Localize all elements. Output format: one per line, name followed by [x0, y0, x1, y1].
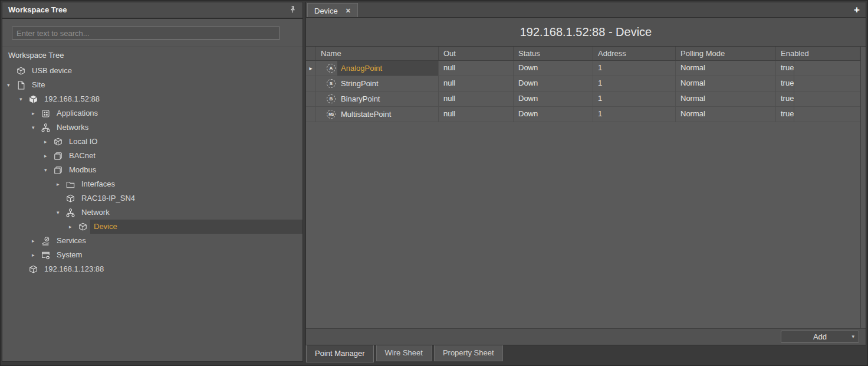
current-row-marker-icon[interactable]: ▸ — [306, 61, 316, 76]
tree-item-label: Applications — [53, 106, 303, 120]
column-header-polling-mode[interactable]: Polling Mode — [676, 47, 776, 60]
network-icon — [41, 123, 51, 133]
expand-arrow-icon[interactable]: ▸ — [32, 110, 41, 116]
tree-item-192-168-1-52-88[interactable]: ▾192.168.1.52:88 — [2, 92, 303, 106]
row-selector-cell[interactable] — [306, 76, 316, 91]
polling-mode-cell: Normal — [676, 107, 776, 122]
points-table: NameOutStatusAddressPolling ModeEnabled … — [306, 47, 861, 329]
io-cube-icon — [53, 137, 63, 147]
point-name-label: MultistatePoint — [337, 107, 438, 122]
tree-item-site[interactable]: ▾Site — [2, 78, 303, 92]
tree-item-label: 192.168.1.52:88 — [41, 92, 303, 106]
tree-item-device[interactable]: ▸Device — [2, 220, 303, 234]
tree-item-label: 192.168.1.123:88 — [41, 262, 303, 276]
tree-item-label: Modbus — [65, 163, 303, 177]
tree-item-networks[interactable]: ▾Networks — [2, 120, 303, 135]
name-cell: SStringPoint — [316, 76, 439, 91]
expand-arrow-icon[interactable]: ▸ — [44, 139, 53, 145]
collapse-arrow-icon[interactable]: ▾ — [19, 96, 28, 102]
status-cell: Down — [514, 76, 593, 91]
table-row-multistatepoint[interactable]: MSMultistatePointnullDown1Normaltrue — [306, 107, 860, 122]
expand-arrow-icon[interactable]: ▸ — [32, 252, 41, 258]
tree-item-label: Site — [28, 78, 303, 92]
collapse-arrow-icon[interactable]: ▾ — [57, 210, 65, 215]
multistate-point-icon: MS — [327, 110, 336, 119]
device-view-panel: 192.168.1.52:88 - Device NameOutStatusAd… — [305, 17, 866, 345]
tree-item-label: Services — [53, 234, 303, 248]
search-box — [2, 19, 303, 47]
add-tab-icon[interactable]: + — [854, 2, 860, 17]
column-header-enabled[interactable]: Enabled — [776, 47, 860, 60]
column-header-name[interactable]: Name — [316, 47, 439, 60]
collapse-arrow-icon[interactable]: ▾ — [44, 167, 53, 173]
tab-device[interactable]: Device ✕ — [307, 3, 358, 18]
tree-item-label: Device — [90, 220, 303, 234]
expand-arrow-icon[interactable]: ▸ — [44, 153, 53, 159]
string-point-icon: S — [327, 79, 336, 88]
points-table-header: NameOutStatusAddressPolling ModeEnabled — [306, 47, 860, 61]
table-row-analogpoint[interactable]: ▸AAnalogPointnullDown1Normaltrue — [306, 61, 860, 76]
close-icon[interactable]: ✕ — [346, 7, 351, 15]
tree-section-label: Workspace Tree — [2, 47, 303, 62]
network-icon — [65, 208, 75, 218]
tree-item-system[interactable]: ▸System — [2, 248, 303, 262]
address-cell: 1 — [593, 61, 676, 76]
status-cell: Down — [514, 92, 593, 106]
row-selector-cell[interactable] — [306, 92, 316, 106]
cube-icon — [28, 264, 38, 274]
row-selector-header — [306, 47, 316, 60]
expand-arrow-icon[interactable]: ▸ — [32, 238, 41, 244]
name-cell: MSMultistatePoint — [316, 107, 439, 122]
column-header-out[interactable]: Out — [439, 47, 514, 60]
tree-item-local-io[interactable]: ▸Local IO — [2, 135, 303, 149]
status-cell: Down — [514, 61, 593, 76]
expand-arrow-icon[interactable]: ▸ — [69, 224, 78, 230]
tree-item-modbus[interactable]: ▾Modbus — [2, 163, 303, 177]
tree-item-label: USB device — [28, 64, 303, 78]
polling-mode-cell: Normal — [676, 76, 776, 91]
tree-item-bacnet[interactable]: ▸BACnet — [2, 149, 303, 163]
tab-device-label: Device — [314, 6, 338, 15]
row-selector-cell[interactable] — [306, 107, 316, 122]
point-name-label: BinaryPoint — [337, 92, 438, 106]
tree-item-interfaces[interactable]: ▸Interfaces — [2, 177, 303, 191]
enabled-cell: true — [776, 61, 794, 76]
add-button[interactable]: Add ▾ — [781, 331, 859, 343]
chevron-down-icon[interactable]: ▾ — [851, 331, 854, 342]
search-input[interactable] — [12, 27, 280, 40]
tree-item-label: System — [53, 248, 303, 262]
column-header-address[interactable]: Address — [593, 47, 676, 60]
tree-item-label: RAC18-IP_SN4 — [78, 191, 303, 205]
tree-item-usb-device[interactable]: USB device — [2, 64, 303, 78]
column-header-status[interactable]: Status — [514, 47, 593, 60]
points-table-body: ▸AAnalogPointnullDown1NormaltrueSStringP… — [306, 61, 860, 122]
enabled-cell: true — [776, 76, 794, 91]
enabled-cell: true — [776, 92, 794, 106]
tab-wire-sheet[interactable]: Wire Sheet — [376, 345, 432, 361]
cube-icon — [78, 222, 88, 232]
collapse-arrow-icon[interactable]: ▾ — [7, 82, 16, 88]
collapse-arrow-icon[interactable]: ▾ — [32, 125, 41, 130]
tab-property-sheet[interactable]: Property Sheet — [434, 345, 503, 361]
out-cell: null — [439, 107, 514, 122]
tree-item-applications[interactable]: ▸Applications — [2, 106, 303, 120]
expand-arrow-icon[interactable]: ▸ — [57, 181, 65, 187]
table-row-binarypoint[interactable]: BBinaryPointnullDown1Normaltrue — [306, 92, 860, 107]
view-title: 192.168.1.52:88 - Device — [306, 18, 866, 47]
workspace-tree-panel: Workspace Tree Workspace Tree USB device… — [2, 2, 303, 362]
tree-item-label: Interfaces — [78, 177, 303, 191]
folder-icon — [65, 179, 75, 189]
pin-icon[interactable] — [288, 5, 298, 15]
enabled-cell: true — [776, 107, 794, 122]
cube-filled-icon — [28, 94, 38, 104]
tree-item-label: Network — [78, 205, 303, 220]
tab-point-manager[interactable]: Point Manager — [306, 345, 374, 362]
tree-item-label: Local IO — [65, 135, 303, 149]
polling-mode-cell: Normal — [676, 92, 776, 106]
application-window: Workspace Tree Workspace Tree USB device… — [0, 0, 868, 366]
tree-item-services[interactable]: ▸Services — [2, 234, 303, 248]
tree-item-192-168-1-123-88[interactable]: 192.168.1.123:88 — [2, 262, 303, 276]
tree-item-rac18-ip-sn4[interactable]: RAC18-IP_SN4 — [2, 191, 303, 205]
table-row-stringpoint[interactable]: SStringPointnullDown1Normaltrue — [306, 76, 860, 92]
tree-item-network[interactable]: ▾Network — [2, 205, 303, 220]
